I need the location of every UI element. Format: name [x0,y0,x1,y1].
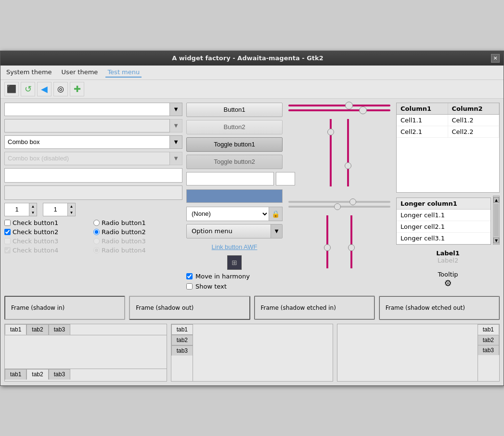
spinner2-down[interactable]: ▼ [67,210,75,216]
font-entry[interactable]: Sans [186,172,274,185]
tab-bottom-3[interactable]: tab3 [49,369,70,380]
move-harmony-row: Move in harmony [186,273,283,280]
tab-left-2[interactable]: tab2 [171,335,193,345]
combo-box-select[interactable]: Combo box [4,135,170,149]
scrollbar-up[interactable]: ▲ [493,197,499,203]
frame-etched-in: Frame (shadow etched in) [254,296,375,320]
option-menu-arrow[interactable]: ▼ [271,225,282,238]
move-harmony-label: Move in harmony [195,273,250,280]
combo-entry-disabled-arrow: ▼ [170,119,182,132]
labels-area: Label1 Label2 [396,248,500,266]
longer-section: Longer column1 Longer cell1.1 Longer cel… [396,196,500,245]
scrollbar-down[interactable]: ▼ [493,238,499,243]
menu-test-menu[interactable]: Test menu [105,67,142,78]
tree-row-1[interactable]: Cell1.1 Cell1.2 [397,115,499,126]
tab-content-right [337,324,478,381]
none-select[interactable]: (None) [186,207,269,221]
check1-label: Check button1 [13,219,58,226]
tab-left-3[interactable]: tab3 [171,345,193,356]
window-title: A widget factory - Adwaita-magenta - Gtk… [4,54,491,62]
combo-entry-arrow[interactable]: ▼ [170,103,182,116]
longer-row-1[interactable]: Longer cell1.1 [397,210,491,221]
left-panel: Combo box entry ▼ Combo box entry (disab… [4,103,182,290]
tab-right-2[interactable]: tab2 [478,335,499,345]
tab-widget-left: tab1 tab2 tab3 [171,324,334,382]
spinner2: ▲ ▼ [43,203,76,216]
frame-shadow-out-label: Frame (shadow out) [136,304,194,311]
option-menu-label: Option menu [187,225,271,238]
titlebar: A widget factory - Adwaita-magenta - Gtk… [0,51,504,66]
lock-icon-btn[interactable]: 🔒 [269,207,283,221]
move-harmony-check[interactable] [186,273,193,279]
toolbar-btn-3[interactable]: ◀ [37,82,52,96]
check2[interactable] [4,229,11,235]
tab-left-1[interactable]: tab1 [171,324,193,335]
right-panel: Column1 Column2 Cell1.1 Cell1.2 Cell2.1 … [396,103,500,290]
toolbar-btn-4[interactable]: ◎ [53,82,68,96]
spinner1-down[interactable]: ▼ [29,210,37,216]
tree-table: Column1 Column2 Cell1.1 Cell1.2 Cell2.1 … [396,103,500,193]
tab-bottom-1[interactable]: tab1 [5,369,26,380]
spinner1-up[interactable]: ▲ [29,203,37,210]
tab-top-2[interactable]: tab2 [26,324,48,335]
toolbar-btn-1[interactable]: ⬛ [4,82,19,96]
tab-right-1[interactable]: tab1 [478,324,499,335]
frame-etched-in-label: Frame (shadow etched in) [261,304,336,311]
spinner2-up[interactable]: ▲ [67,203,75,210]
tab-bottom-2[interactable]: tab2 [26,369,48,380]
button2[interactable]: Button2 [186,120,283,134]
hslider2[interactable] [288,109,390,111]
font-row: Sans 12 [186,172,283,185]
toolbar-btn-5[interactable]: ✚ [70,82,84,96]
frame-shadow-out: Frame (shadow out) [129,296,250,320]
combo-box-arrow[interactable]: ▼ [170,135,182,149]
tab-content-top [5,335,167,364]
spinner2-input[interactable] [43,203,67,216]
radio1-row: Radio button1 [93,219,182,226]
check3-row: Check button3 [4,238,93,245]
longer-row-2[interactable]: Longer cell2.1 [397,221,491,233]
link-button[interactable]: Link button AWF [186,241,283,252]
radio2[interactable] [93,229,100,235]
toggle-button2[interactable]: Toggle button2 [186,155,283,169]
toggle-button1[interactable]: Toggle button1 [186,137,283,152]
menu-user-theme[interactable]: User theme [60,67,100,78]
radio1[interactable] [93,220,100,226]
none-combo-row: (None) 🔒 [186,207,283,221]
close-button[interactable]: × [491,54,500,63]
radio2-row: Radio button2 [93,228,182,236]
frames-row: Frame (shadow in) Frame (shadow out) Fra… [0,294,504,322]
spinner2-btns: ▲ ▼ [67,203,75,216]
combo-entry-input[interactable]: Combo box entry [4,103,170,116]
scrollbar[interactable]: ▲ ▼ [493,196,500,245]
combo-box-disabled-arrow: ▼ [170,152,182,165]
tree-header: Column1 Column2 [397,103,499,115]
tooltip-label: Tooltip [438,271,458,278]
tree-row-2[interactable]: Cell2.1 Cell2.2 [397,126,499,138]
tab-top-1[interactable]: tab1 [5,324,26,335]
menu-system-theme[interactable]: System theme [4,67,54,78]
check1[interactable] [4,220,11,226]
check3 [4,238,11,244]
tab-right-3[interactable]: tab3 [478,345,499,355]
radio1-label: Radio button1 [102,219,146,226]
show-text-check[interactable] [186,283,193,290]
combo-box-disabled-select: Combo box (disabled) [4,152,170,165]
check3-label: Check button3 [13,238,58,245]
option-menu[interactable]: Option menu ▼ [186,224,283,238]
menubar: System theme User theme Test menu [0,66,504,80]
radio4-row: Radio button4 [93,247,182,254]
tab-top-3[interactable]: tab3 [49,324,70,335]
scrollbar-thumb[interactable] [494,204,499,237]
combo-entry-row: Combo box entry ▼ [4,103,182,116]
entry-input[interactable]: Entry [4,168,182,183]
button1[interactable]: Button1 [186,103,283,117]
tab-strip-left: tab1 tab2 tab3 [171,324,193,381]
radio3-label: Radio button3 [102,238,146,245]
spinner1: ▲ ▼ [4,203,37,216]
check4 [4,247,11,253]
toolbar-btn-2[interactable]: ↺ [21,82,35,96]
color-bar[interactable] [186,189,283,203]
spinner1-input[interactable] [5,203,29,216]
longer-row-3[interactable]: Longer cell3.1 [397,233,491,244]
